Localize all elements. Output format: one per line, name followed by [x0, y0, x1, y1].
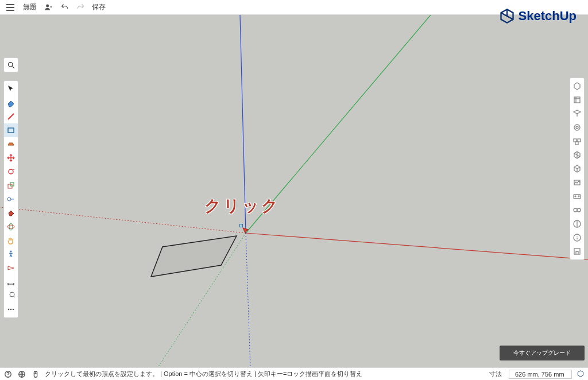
search-tool-button[interactable] [3, 57, 18, 72]
display-panel[interactable] [570, 203, 584, 217]
svg-line-2 [0, 207, 246, 233]
shadows-panel[interactable] [570, 189, 584, 203]
svg-point-15 [10, 251, 12, 253]
outliner-panel[interactable] [570, 107, 584, 121]
pan-tool[interactable] [4, 234, 18, 247]
pushpull-tool[interactable] [4, 137, 18, 151]
fog-panel[interactable] [570, 217, 584, 231]
svg-line-1 [246, 233, 588, 259]
status-bar: クリックして最初の頂点を設定します。 | Option = 中心の選択を切り替え… [0, 367, 588, 380]
model-viewport[interactable] [0, 15, 588, 367]
svg-point-18 [8, 309, 10, 311]
svg-line-3 [246, 15, 431, 233]
svg-point-0 [46, 5, 49, 7]
materials-panel[interactable] [570, 134, 584, 148]
svg-point-19 [10, 309, 12, 311]
dimensions-label: 寸法 [489, 370, 502, 378]
rectangle-tool[interactable] [4, 123, 18, 137]
dimensions-value[interactable]: 626 mm, 756 mm [509, 370, 572, 379]
svg-line-5 [240, 15, 246, 233]
more-tools[interactable] [4, 303, 18, 316]
section-tool[interactable] [4, 261, 18, 275]
redo-icon[interactable] [76, 3, 85, 12]
undo-icon[interactable] [60, 3, 69, 12]
text-tool[interactable] [4, 289, 18, 303]
svg-rect-9 [8, 128, 14, 133]
scale-tool[interactable] [4, 179, 18, 192]
svg-rect-24 [574, 139, 577, 142]
svg-rect-26 [575, 142, 578, 145]
svg-point-23 [576, 126, 578, 129]
scenes-panel[interactable] [570, 176, 584, 189]
svg-line-6 [246, 233, 250, 367]
hamburger-menu-icon[interactable] [5, 2, 16, 13]
paint-bucket-tool[interactable] [4, 206, 18, 220]
mouse-hint-icon [31, 370, 40, 379]
language-icon[interactable] [17, 370, 26, 379]
svg-point-13 [7, 225, 14, 228]
right-panel-palette [570, 77, 585, 260]
orbit-tool[interactable] [4, 220, 18, 234]
svg-point-16 [10, 292, 14, 297]
line-tool[interactable] [4, 110, 18, 123]
svg-point-22 [574, 125, 580, 130]
eraser-tool[interactable] [4, 96, 18, 110]
move-tool[interactable] [4, 151, 18, 165]
svg-line-8 [12, 66, 14, 68]
sketchup-mini-logo-icon [577, 370, 585, 379]
tags-panel[interactable] [570, 162, 584, 176]
walk-tool[interactable] [4, 247, 18, 261]
warehouse-panel[interactable] [570, 245, 584, 258]
svg-line-17 [14, 296, 15, 297]
svg-point-14 [9, 223, 13, 230]
rectangle-tool-cursor-icon [242, 227, 250, 235]
svg-point-32 [577, 208, 581, 212]
document-title[interactable]: 無題 [23, 2, 37, 12]
svg-point-12 [7, 197, 11, 201]
entity-info-panel[interactable] [570, 79, 584, 93]
collaborators-icon[interactable] [44, 3, 53, 12]
upgrade-button[interactable]: 今すぐアップグレード [500, 346, 585, 360]
svg-point-31 [574, 208, 577, 212]
status-hint-text: クリックして最初の頂点を設定します。 | Option = 中心の選択を切り替え… [45, 370, 362, 378]
svg-point-7 [8, 62, 13, 67]
left-tool-palette [3, 80, 18, 318]
svg-point-30 [578, 196, 579, 197]
rotate-tool[interactable] [4, 165, 18, 179]
search-icon [7, 61, 16, 69]
svg-rect-25 [578, 139, 581, 142]
select-tool[interactable] [4, 82, 18, 96]
axes-canvas [0, 15, 588, 367]
svg-point-29 [575, 196, 576, 197]
svg-rect-21 [574, 97, 580, 103]
tape-measure-tool[interactable] [4, 192, 18, 206]
model-info-panel[interactable] [570, 231, 584, 245]
styles-panel[interactable] [570, 148, 584, 162]
drawn-face [151, 236, 237, 277]
instructor-panel[interactable] [570, 93, 584, 107]
svg-point-20 [13, 309, 14, 311]
help-icon[interactable] [3, 370, 13, 379]
dimension-tool[interactable] [4, 275, 18, 289]
save-button[interactable]: 保存 [92, 2, 106, 12]
components-panel[interactable] [570, 121, 584, 134]
